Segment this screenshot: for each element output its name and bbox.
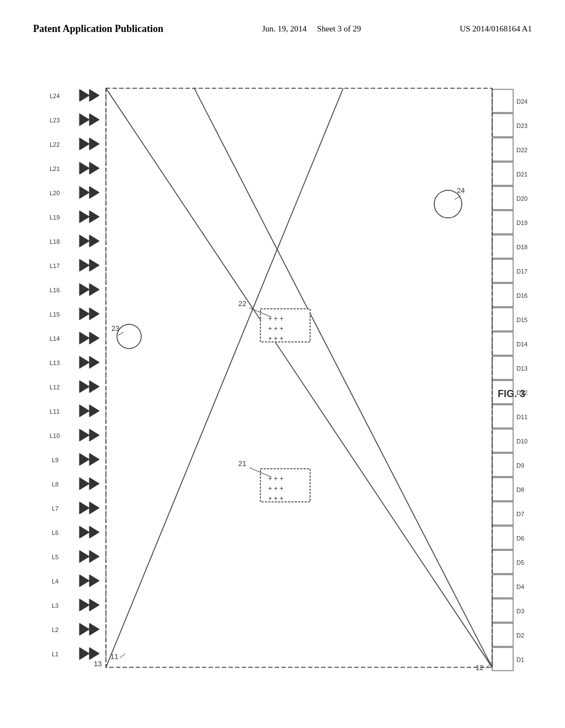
label-D19: D19 [516,220,527,226]
svg-marker-30 [79,405,89,417]
annotation-22: 22 [238,299,246,308]
svg-marker-27 [89,356,99,368]
svg-rect-71 [492,502,513,525]
svg-marker-21 [89,283,99,296]
svg-text:+  +  +: + + + [268,475,284,483]
label-D3: D3 [516,608,524,614]
svg-marker-31 [89,405,99,417]
label-D16: D16 [516,292,527,299]
svg-rect-61 [492,259,513,282]
svg-rect-59 [492,211,513,234]
svg-marker-41 [89,526,99,538]
publication-date-sheet: Jun. 19, 2014 Sheet 3 of 29 [262,22,361,35]
label-L5: L5 [52,554,58,560]
label-L4: L4 [52,578,58,585]
label-L11: L11 [50,408,60,415]
svg-marker-24 [79,332,89,344]
svg-text:+  +  +: + + + [268,315,284,323]
svg-marker-15 [89,211,99,223]
svg-marker-44 [79,575,89,587]
label-L10: L10 [50,432,60,439]
label-L12: L12 [50,384,60,390]
svg-marker-26 [79,356,89,368]
svg-marker-9 [89,138,99,150]
right-cell-column [492,89,513,671]
annotation-24: 24 [457,186,465,195]
annotation-23: 23 [111,324,119,333]
patent-figure-svg: L24 L23 L22 L21 L20 L19 L18 L17 L16 L15 … [33,77,532,684]
svg-marker-14 [79,211,89,223]
svg-rect-75 [492,599,513,622]
label-L14: L14 [50,335,60,342]
label-L21: L21 [50,165,60,172]
svg-line-2 [106,88,492,667]
svg-rect-63 [492,308,513,331]
svg-marker-19 [89,259,99,271]
svg-marker-23 [89,308,99,320]
svg-marker-20 [79,283,89,296]
label-D10: D10 [516,438,527,445]
label-D15: D15 [516,317,527,323]
svg-rect-60 [492,235,513,258]
label-L19: L19 [50,214,60,221]
svg-rect-55 [492,114,513,137]
svg-marker-43 [89,550,99,563]
label-D1: D1 [516,656,524,663]
svg-rect-74 [492,575,513,598]
label-L24: L24 [50,93,60,99]
svg-marker-18 [79,259,89,271]
svg-line-86 [455,196,460,200]
label-L9: L9 [52,457,58,463]
label-L3: L3 [52,602,58,609]
svg-rect-67 [492,405,513,428]
annotation-11: 11 [110,652,118,661]
publication-number: US 2014/0168164 A1 [460,22,532,35]
label-D23: D23 [516,122,527,129]
svg-marker-8 [79,138,89,150]
annotation-21: 21 [238,459,246,468]
label-D7: D7 [516,511,524,517]
label-D13: D13 [516,365,527,372]
annotation-13: 13 [94,660,102,668]
label-L13: L13 [50,360,60,366]
label-L2: L2 [52,627,58,633]
label-D14: D14 [516,341,527,347]
svg-text:+  +  +: + + + [268,495,284,502]
svg-marker-6 [79,114,89,126]
svg-rect-73 [492,550,513,574]
svg-line-1 [106,88,343,667]
svg-rect-77 [492,647,513,671]
svg-marker-40 [79,526,89,538]
svg-marker-48 [79,623,89,635]
svg-marker-38 [79,502,89,514]
svg-rect-72 [492,526,513,549]
svg-marker-22 [79,308,89,320]
svg-rect-76 [492,623,513,646]
svg-rect-65 [492,356,513,379]
svg-marker-49 [89,623,99,635]
label-L6: L6 [52,529,58,536]
label-D20: D20 [516,195,527,202]
svg-text:+  +  +: + + + [268,335,284,342]
label-D21: D21 [516,171,527,178]
svg-rect-64 [492,332,513,355]
label-D24: D24 [516,98,527,105]
label-D8: D8 [516,486,524,493]
label-D11: D11 [516,414,527,420]
svg-rect-56 [492,138,513,161]
svg-marker-4 [79,89,89,101]
label-L7: L7 [52,505,58,512]
label-L18: L18 [50,238,60,245]
label-D6: D6 [516,535,524,542]
svg-line-3 [194,88,492,667]
label-L17: L17 [50,263,60,269]
label-L23: L23 [50,117,60,124]
label-D2: D2 [516,632,524,639]
label-D18: D18 [516,244,527,250]
figure-label: FIG. 3 [498,388,525,399]
label-D22: D22 [516,147,527,153]
label-L20: L20 [50,190,60,196]
svg-marker-13 [89,186,99,199]
svg-marker-25 [89,332,99,344]
svg-marker-32 [79,429,89,441]
